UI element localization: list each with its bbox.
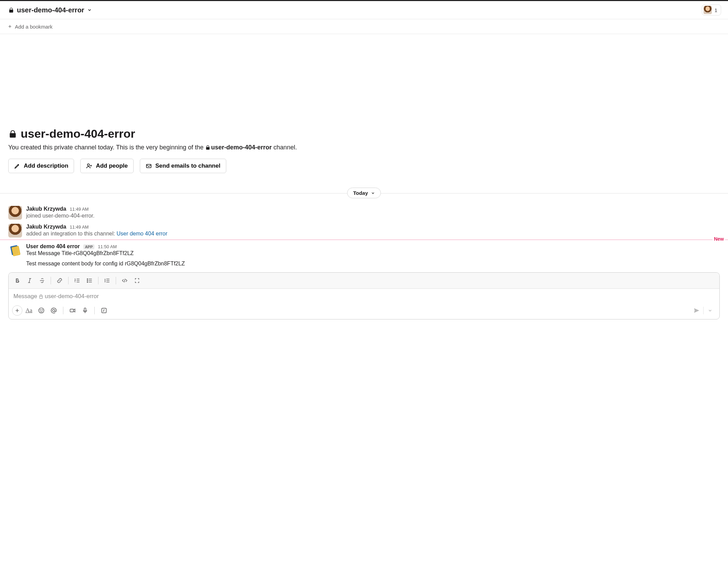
message-author[interactable]: Jakub Krzywda [26,206,66,212]
message-author[interactable]: User demo 404 error [26,243,80,250]
add-bookmark-button[interactable]: + Add a bookmark [0,19,728,34]
pencil-icon [14,163,20,169]
toggle-formatting-button[interactable]: Aa [23,305,35,316]
channel-intro: user-demo-404-error You created this pri… [0,127,728,179]
send-options-button[interactable] [704,305,716,316]
app-avatar[interactable] [8,243,22,257]
message-input[interactable]: Message user-demo-404-error [9,289,719,303]
audio-button[interactable] [79,305,91,316]
italic-button[interactable] [24,275,35,286]
avatar [704,6,712,14]
svg-point-8 [39,308,44,313]
add-people-button[interactable]: Add people [80,159,134,173]
svg-point-9 [40,310,41,311]
message-row: Jakub Krzywda 11:49 AM joined user-demo-… [0,204,728,222]
message-text: joined user-demo-404-error. [26,213,720,219]
intro-description: You created this private channel today. … [8,144,720,152]
code-button[interactable] [119,275,131,286]
channel-name: user-demo-404-error [17,6,84,14]
add-bookmark-label: Add a bookmark [15,24,52,30]
plus-icon: + [8,23,11,30]
strikethrough-button[interactable] [36,275,48,286]
date-divider: Today [0,188,728,198]
lock-icon [8,7,14,13]
link-button[interactable] [54,275,65,286]
avatar[interactable] [8,206,22,220]
avatar[interactable] [8,224,22,238]
send-emails-button[interactable]: Send emails to channel [140,159,226,173]
message-scroll-area: user-demo-404-error You created this pri… [0,34,728,568]
app-badge: APP [83,244,95,249]
message-row: Jakub Krzywda 11:49 AM added an integrat… [0,222,728,240]
add-description-button[interactable]: Add description [8,159,74,173]
svg-rect-12 [70,309,74,312]
message-timestamp[interactable]: 11:49 AM [70,207,89,212]
shortcuts-button[interactable] [98,305,110,316]
svg-point-0 [87,164,90,166]
svg-rect-13 [84,308,86,311]
emoji-button[interactable] [35,305,47,316]
message-timestamp[interactable]: 11:49 AM [70,224,89,230]
chevron-down-icon [87,8,92,12]
formatting-toolbar [9,273,719,289]
member-count: 1 [715,7,717,13]
channel-title-button[interactable]: user-demo-404-error [8,6,92,14]
bold-button[interactable] [11,275,23,286]
svg-point-7 [87,282,88,282]
message-author[interactable]: Jakub Krzywda [26,224,66,230]
new-messages-divider: New [0,240,728,240]
message-text: Test Message Title-rG8Q04gBfrZbn8FTf2LZ [26,250,720,256]
chevron-down-icon [371,191,375,195]
svg-point-11 [53,309,55,312]
ordered-list-button[interactable] [71,275,83,286]
lock-icon [205,145,210,152]
svg-point-6 [87,280,88,281]
svg-rect-1 [146,165,151,168]
channel-header: user-demo-404-error 1 [0,1,728,19]
integration-link[interactable]: User demo 404 error [116,231,167,236]
lock-icon [8,129,17,138]
code-block-button[interactable] [131,275,143,286]
mention-button[interactable] [48,305,60,316]
message-composer: Message user-demo-404-error Aa [0,272,728,326]
svg-point-10 [42,310,43,311]
message-text: Test message content body for config id … [26,261,720,267]
video-button[interactable] [67,305,79,316]
envelope-icon [146,163,152,169]
svg-point-5 [87,278,88,279]
send-button[interactable] [691,305,703,316]
bulleted-list-button[interactable] [84,275,95,286]
add-person-icon [86,163,92,169]
channel-members-button[interactable]: 1 [702,4,721,15]
message-text: added an integration to this channel: Us… [26,231,720,237]
message-list: Jakub Krzywda 11:49 AM joined user-demo-… [0,198,728,272]
intro-title: user-demo-404-error [8,127,720,140]
date-jump-button[interactable]: Today [347,188,381,198]
attach-button[interactable] [12,305,22,316]
message-timestamp[interactable]: 11:50 AM [98,244,117,249]
intro-action-buttons: Add description Add people Send emails t… [8,159,720,173]
message-row: User demo 404 error APP 11:50 AM Test Me… [0,241,728,269]
lock-icon [39,294,43,299]
blockquote-button[interactable] [101,275,113,286]
composer-actions: Aa [9,303,719,319]
